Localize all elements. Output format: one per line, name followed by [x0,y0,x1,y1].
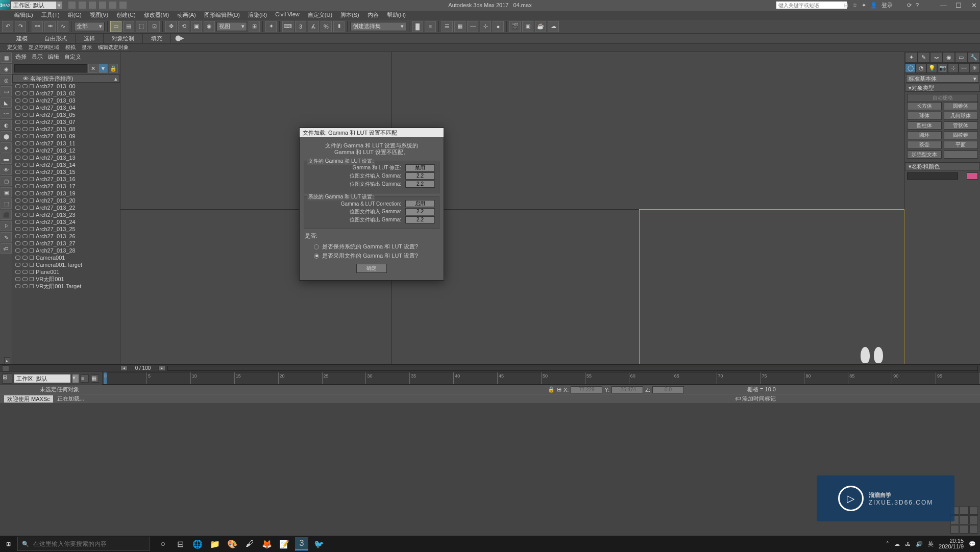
scene-item[interactable]: Arch27_013_02 [12,90,120,97]
minimize-button[interactable]: — [939,2,947,9]
nav-orbit[interactable] [960,525,968,534]
visibility-icon[interactable] [15,191,20,195]
notifications-icon[interactable]: 💬 [969,541,976,547]
timeline-ws-arrow[interactable]: ▾ [72,374,79,383]
nav-zoomextall[interactable] [960,515,968,524]
spinner-snap-button[interactable]: ⬍ [333,21,345,32]
nav-region[interactable] [969,515,978,524]
ref-coord-dropdown[interactable]: 视图▾ [216,22,247,31]
menu-rendering[interactable]: 渲染(R) [244,11,271,19]
viewport-layout-button[interactable] [2,365,9,371]
taskbar-clock[interactable]: 20:15 2020/11/9 [939,538,964,549]
trackbar-expand-button[interactable]: ▸ [4,357,10,364]
cat-geometry[interactable]: ◯ [905,63,916,73]
taskbar-search-input[interactable] [33,540,145,547]
scene-item[interactable]: Arch27_013_26 [12,233,120,240]
freeze-icon[interactable] [22,206,28,210]
menu-grapheditors[interactable]: 图形编辑器(D) [200,11,244,19]
menu-edit[interactable]: 编辑(E) [10,11,37,19]
create-primitive-button[interactable]: 球体 [907,112,942,120]
scene-item[interactable]: Arch27_013_00 [12,83,120,90]
menu-help[interactable]: 帮助(H) [383,11,410,19]
visibility-icon[interactable] [15,106,20,110]
menu-customize[interactable]: 自定义(U) [304,11,336,19]
scene-item[interactable]: Arch27_013_14 [12,161,120,168]
app-icon-1[interactable]: 🎨 [226,537,239,550]
scene-item[interactable]: Arch27_013_08 [12,126,120,133]
menu-create[interactable]: 创建(C) [112,11,139,19]
visibility-icon[interactable] [15,248,20,253]
visibility-icon[interactable] [15,206,20,210]
se-menu-customize[interactable]: 自定义 [64,53,81,61]
render-setup-button[interactable]: 🎬 [509,21,521,32]
help-search-input[interactable] [776,2,847,9]
se-tool-11[interactable]: 👁 [1,165,12,175]
firefox-icon[interactable]: 🦊 [260,537,274,550]
app-icon-4[interactable]: 🐦 [312,537,326,550]
tray-network-icon[interactable]: 🖧 [905,541,911,547]
start-button[interactable]: ⊞ [0,536,16,552]
timeslider-prev[interactable]: ◂ [120,366,128,371]
create-primitive-button[interactable]: 圆柱体 [907,121,942,130]
scene-item[interactable]: Arch27_013_24 [12,218,120,225]
coord-z-value[interactable]: 0.0 [652,386,684,393]
nav-pan[interactable] [950,525,959,534]
scene-item[interactable]: Arch27_013_17 [12,183,120,190]
ribbon-btn-simulate[interactable]: 模拟 [62,44,79,52]
visibility-icon[interactable] [15,234,20,238]
tray-volume-icon[interactable]: 🔊 [916,541,923,547]
select-region-rect-button[interactable]: ⬚ [136,21,147,32]
freeze-icon[interactable] [22,256,28,260]
freeze-icon[interactable] [22,263,28,267]
visibility-icon[interactable] [15,98,20,103]
freeze-icon[interactable] [22,113,28,117]
add-time-tag[interactable]: 🏷 添加时间标记 [735,395,776,403]
freeze-icon[interactable] [22,270,28,274]
freeze-icon[interactable] [22,220,28,224]
coord-mode-icon[interactable]: ⊞ [557,386,561,393]
timeline-ruler[interactable]: 0510152025303540455055606570758085909510… [102,372,980,385]
menu-group[interactable]: 组(G) [64,11,86,19]
se-menu-select[interactable]: 选择 [15,53,27,61]
se-tool-15[interactable]: ⬛ [1,210,12,220]
radio-keep-system[interactable]: 是否保持系统的 Gamma 和 LUT 设置? [304,243,439,250]
app-icon-2[interactable]: 🖌 [243,537,256,550]
se-tool-10[interactable]: ▬ [1,154,12,164]
scene-column-header[interactable]: 👁 名称(按升序排序) ▴ [12,74,120,83]
freeze-icon[interactable] [22,156,28,160]
menu-scripting[interactable]: 脚本(S) [336,11,363,19]
scene-filter-input[interactable] [14,64,87,72]
ribbon-tab-modeling[interactable]: 建模 [8,34,36,43]
scene-filter-clear[interactable]: ✕ [88,64,97,73]
percent-snap-button[interactable]: % [321,21,332,32]
timeline-workspace-label[interactable]: 工作区: 默认 [14,374,70,383]
visibility-icon[interactable] [15,134,20,138]
se-tool-5[interactable]: ◣ [1,97,12,108]
time-slider-frame[interactable]: 0 / 100 [128,365,158,371]
freeze-icon[interactable] [22,277,28,281]
cat-helpers[interactable]: ⊹ [948,63,959,73]
menu-content[interactable]: 内容 [363,11,383,19]
create-primitive-button[interactable] [944,150,978,159]
scene-item[interactable]: Arch27_013_19 [12,190,120,197]
freeze-icon[interactable] [22,148,28,153]
scale-button[interactable]: ▣ [191,21,202,32]
scene-item[interactable]: Plane001 [12,268,120,275]
scene-item[interactable]: Arch27_013_12 [12,147,120,154]
freeze-icon[interactable] [22,191,28,195]
toggle-ribbon-button[interactable]: ▦ [454,21,465,32]
visibility-icon[interactable] [15,177,20,181]
scene-item[interactable]: Arch27_013_05 [12,111,120,118]
menu-modifiers[interactable]: 修改器(M) [140,11,174,19]
se-tool-2[interactable]: ◉ [1,64,12,74]
menu-tools[interactable]: 工具(T) [37,11,64,19]
render-button[interactable]: ☕ [535,21,546,32]
tray-cloud-icon[interactable]: ☁ [894,541,900,547]
time-slider-track[interactable] [167,366,978,371]
visibility-icon[interactable] [15,84,20,88]
scene-item[interactable]: Arch27_013_13 [12,154,120,161]
create-primitive-button[interactable]: 管状体 [944,121,978,130]
login-button[interactable]: 登录 [881,2,893,9]
freeze-icon[interactable] [22,106,28,110]
star-icon[interactable]: ☆ [852,2,857,9]
